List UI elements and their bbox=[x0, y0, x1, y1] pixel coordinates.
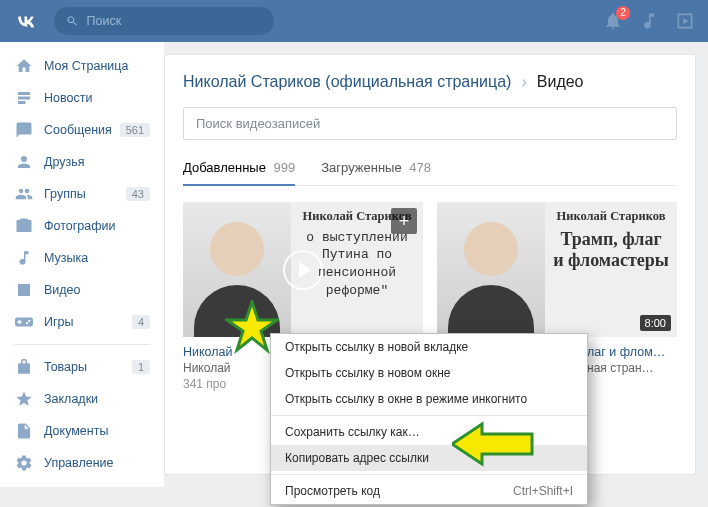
messages-icon bbox=[14, 120, 34, 140]
menu-label: Открыть ссылку в новой вкладке bbox=[285, 340, 468, 354]
documents-icon bbox=[14, 421, 34, 441]
video-play-icon[interactable] bbox=[674, 10, 696, 32]
sidebar-item-label: Музыка bbox=[44, 251, 88, 265]
settings-icon bbox=[14, 453, 34, 473]
sidebar-item-label: Товары bbox=[44, 360, 87, 374]
tutorial-arrow-marker bbox=[452, 420, 536, 471]
sidebar-item-groups[interactable]: Группы 43 bbox=[0, 178, 164, 210]
sidebar-divider bbox=[14, 344, 150, 345]
vk-logo[interactable] bbox=[12, 7, 40, 35]
sidebar-badge: 43 bbox=[126, 187, 150, 201]
tutorial-star-marker bbox=[225, 300, 279, 357]
video-icon bbox=[14, 280, 34, 300]
sidebar-item-news[interactable]: Новости bbox=[0, 82, 164, 114]
menu-shortcut: Ctrl+Shift+I bbox=[513, 484, 573, 498]
svg-marker-0 bbox=[227, 302, 277, 350]
tab-label: Загруженные bbox=[321, 160, 401, 175]
groups-icon bbox=[14, 184, 34, 204]
video-thumbnail[interactable]: Николай Стариков о выступлении Путина по… bbox=[183, 202, 423, 337]
news-icon bbox=[14, 88, 34, 108]
sidebar-badge: 4 bbox=[132, 315, 150, 329]
sidebar-item-label: Друзья bbox=[44, 155, 85, 169]
menu-open-incognito[interactable]: Открыть ссылку в окне в режиме инкогнито bbox=[271, 386, 587, 412]
friends-icon bbox=[14, 152, 34, 172]
thumb-desc: Трамп, флаг и фломастеры bbox=[553, 229, 669, 272]
menu-save-link-as[interactable]: Сохранить ссылку как… bbox=[271, 419, 587, 445]
sidebar-item-my-page[interactable]: Моя Страница bbox=[0, 50, 164, 82]
video-title-link[interactable]: лаг и флом… bbox=[587, 345, 677, 359]
top-header: 2 bbox=[0, 0, 708, 42]
video-thumbnail[interactable]: Николай Стариков Трамп, флаг и фломастер… bbox=[437, 202, 677, 337]
sidebar-item-manage[interactable]: Управление bbox=[0, 447, 164, 479]
thumb-person bbox=[437, 202, 545, 337]
sidebar-item-bookmarks[interactable]: Закладки bbox=[0, 383, 164, 415]
home-icon bbox=[14, 56, 34, 76]
menu-label: Сохранить ссылку как… bbox=[285, 425, 420, 439]
sidebar-item-label: Игры bbox=[44, 315, 73, 329]
games-icon bbox=[14, 312, 34, 332]
breadcrumb-link[interactable]: Николай Стариков (официальная страница) bbox=[183, 73, 511, 91]
sidebar-item-documents[interactable]: Документы bbox=[0, 415, 164, 447]
tab-added[interactable]: Добавленные 999 bbox=[183, 154, 295, 185]
menu-label: Открыть ссылку в окне в режиме инкогнито bbox=[285, 392, 527, 406]
sidebar-item-label: Фотографии bbox=[44, 219, 115, 233]
menu-label: Открыть ссылку в новом окне bbox=[285, 366, 451, 380]
tab-count: 478 bbox=[409, 160, 431, 175]
sidebar-badge: 561 bbox=[120, 123, 150, 137]
sidebar-item-label: Управление bbox=[44, 456, 114, 470]
sidebar-item-label: Документы bbox=[44, 424, 108, 438]
video-author-link[interactable]: ная стран… bbox=[587, 361, 677, 375]
svg-marker-1 bbox=[452, 424, 532, 464]
add-video-button[interactable]: + bbox=[391, 208, 417, 234]
search-input[interactable] bbox=[87, 14, 262, 28]
sidebar-item-friends[interactable]: Друзья bbox=[0, 146, 164, 178]
context-menu: Открыть ссылку в новой вкладке Открыть с… bbox=[270, 333, 588, 505]
sidebar-item-video[interactable]: Видео bbox=[0, 274, 164, 306]
video-search-box[interactable] bbox=[183, 107, 677, 140]
music-note-icon bbox=[14, 248, 34, 268]
video-search-input[interactable] bbox=[196, 116, 664, 131]
video-tabs: Добавленные 999 Загруженные 478 bbox=[183, 154, 677, 186]
search-icon bbox=[66, 14, 79, 28]
sidebar-item-label: Сообщения bbox=[44, 123, 112, 137]
sidebar-badge: 1 bbox=[132, 360, 150, 374]
menu-label: Копировать адрес ссылки bbox=[285, 451, 429, 465]
tab-uploaded[interactable]: Загруженные 478 bbox=[321, 154, 431, 185]
menu-separator bbox=[271, 474, 587, 475]
breadcrumb-current: Видео bbox=[537, 73, 584, 91]
sidebar-item-label: Видео bbox=[44, 283, 81, 297]
sidebar-item-label: Новости bbox=[44, 91, 92, 105]
menu-label: Просмотреть код bbox=[285, 484, 380, 498]
menu-separator bbox=[271, 415, 587, 416]
sidebar: Моя Страница Новости Сообщения 561 Друзь… bbox=[0, 42, 164, 487]
sidebar-item-label: Группы bbox=[44, 187, 86, 201]
play-icon[interactable] bbox=[283, 250, 323, 290]
menu-open-new-tab[interactable]: Открыть ссылку в новой вкладке bbox=[271, 334, 587, 360]
sidebar-item-music[interactable]: Музыка bbox=[0, 242, 164, 274]
market-icon bbox=[14, 357, 34, 377]
notification-badge: 2 bbox=[616, 6, 630, 20]
breadcrumb: Николай Стариков (официальная страница) … bbox=[183, 73, 677, 91]
sidebar-item-label: Моя Страница bbox=[44, 59, 128, 73]
bookmark-icon bbox=[14, 389, 34, 409]
menu-inspect[interactable]: Просмотреть код Ctrl+Shift+I bbox=[271, 478, 587, 504]
duration-badge: 8:00 bbox=[640, 315, 671, 331]
tab-count: 999 bbox=[274, 160, 296, 175]
sidebar-item-messages[interactable]: Сообщения 561 bbox=[0, 114, 164, 146]
music-icon[interactable] bbox=[638, 10, 660, 32]
notifications-icon[interactable]: 2 bbox=[602, 10, 624, 32]
menu-open-new-window[interactable]: Открыть ссылку в новом окне bbox=[271, 360, 587, 386]
chevron-right-icon: › bbox=[521, 73, 526, 91]
tab-label: Добавленные bbox=[183, 160, 266, 175]
sidebar-item-market[interactable]: Товары 1 bbox=[0, 351, 164, 383]
menu-copy-link-address[interactable]: Копировать адрес ссылки bbox=[271, 445, 587, 471]
photos-icon bbox=[14, 216, 34, 236]
sidebar-item-label: Закладки bbox=[44, 392, 98, 406]
header-search[interactable] bbox=[54, 7, 274, 35]
sidebar-item-games[interactable]: Игры 4 bbox=[0, 306, 164, 338]
sidebar-item-photos[interactable]: Фотографии bbox=[0, 210, 164, 242]
thumb-title: Николай Стариков bbox=[553, 208, 669, 225]
